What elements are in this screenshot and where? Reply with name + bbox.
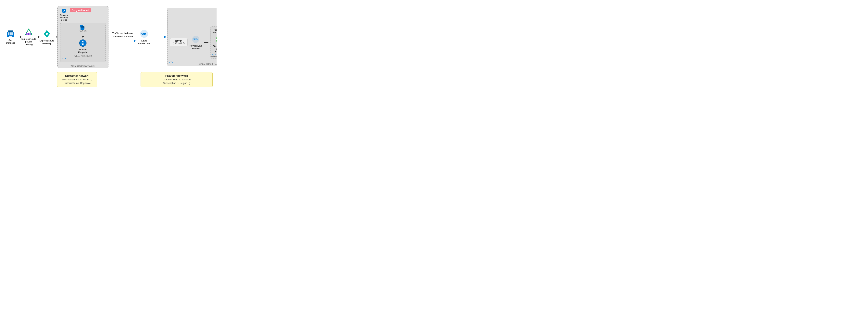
arrow-3 — [54, 36, 57, 38]
customer-network-box: Network Security Group Deny outbound 10.… — [57, 6, 108, 68]
arrow-2 — [36, 36, 40, 38]
customer-subnet-label: Subnet (10.0.1.0/24) — [74, 55, 92, 57]
down-arrow-1 — [82, 33, 84, 38]
deny-outbound-badge: Deny outbound — [70, 8, 91, 12]
traffic-dotted-arrow-2 — [152, 36, 166, 38]
svg-point-13 — [26, 33, 28, 35]
diagram-container: On-premises ExpressRoute private peering — [4, 4, 213, 87]
provider-nsg-inner-box: Frontend IP (192.168.0.10) — [211, 26, 217, 59]
private-endpoint-icon: <> — [79, 39, 87, 47]
svg-rect-6 — [10, 34, 11, 35]
svg-rect-25 — [81, 28, 84, 30]
on-premises-node: On-premises — [4, 30, 17, 44]
load-balancer-label: Standard Load Balancer (ILB/PLB) — [213, 45, 217, 53]
azure-private-link-label: Azure Private Link — [138, 39, 150, 45]
provider-network-label-box: Provider network (Microsoft Entra ID ten… — [141, 72, 213, 87]
nat-ip-label: NAT IP — [173, 40, 185, 42]
nat-ip-box: NAT IP (192.168.0.5) — [170, 38, 188, 46]
provider-vnet-label: Virtual network (192.168.0.0/16) — [199, 63, 217, 65]
expressroute-gateway-label: ExpressRoute Gateway — [39, 39, 54, 45]
svg-point-14 — [29, 33, 31, 35]
private-endpoint-label: Private Endpoint — [78, 48, 88, 54]
frontend-ip-label: Frontend IP — [214, 29, 217, 31]
svg-text:<·>: <·> — [169, 61, 173, 64]
shield-icon-customer — [61, 8, 67, 14]
arrow-1 — [17, 36, 22, 38]
azure-private-link-node: Azure Private Link — [137, 29, 151, 45]
expressroute-peering-label: ExpressRoute private peering — [22, 38, 36, 46]
expressroute-peering-node: ExpressRoute private peering — [22, 28, 36, 46]
traffic-label: Traffic carried over Microsoft Network — [112, 32, 133, 39]
nat-ip-value: (192.168.0.5) — [173, 42, 185, 44]
svg-rect-1 — [8, 31, 13, 32]
traffic-area: Traffic carried over Microsoft Network — [110, 32, 136, 42]
customer-network-sub: (Microsoft Entra ID tenant A,Subscriptio… — [61, 78, 93, 85]
private-link-service-label: Private Link Service — [190, 44, 202, 50]
customer-network-label-box: Customer network (Microsoft Entra ID ten… — [57, 72, 97, 87]
provider-network-title: Provider network — [145, 74, 209, 77]
customer-vnet-label: Virtual network (10.0.0.0/16) — [70, 65, 95, 67]
vnet-icon-provider: <·> — [169, 60, 173, 65]
svg-rect-8 — [9, 36, 11, 37]
svg-rect-7 — [11, 34, 12, 35]
expressroute-gateway-node: ExpressRoute Gateway — [40, 29, 54, 45]
vnet-icon-customer: <·> — [62, 56, 66, 61]
private-endpoint-top-icon — [79, 25, 86, 30]
svg-text:<>: <> — [82, 42, 84, 44]
frontend-ip-value: (192.168.0.10) — [213, 31, 217, 34]
svg-rect-45 — [216, 39, 217, 40]
svg-rect-3 — [10, 32, 11, 34]
load-balancer-icon — [215, 35, 217, 44]
traffic-dotted-arrow — [110, 39, 136, 42]
vnet-icon-provider-inner: <·> — [212, 52, 216, 57]
ip-label: 10.0.1.5 — [79, 30, 86, 32]
nsg-title-customer: Network Security Group — [60, 14, 68, 21]
main-area: On-premises ExpressRoute private peering — [4, 4, 213, 70]
provider-network-box: Network Security Group Deny inbound NAT … — [167, 8, 217, 66]
gateway-icon — [42, 29, 52, 39]
svg-point-18 — [46, 33, 48, 35]
svg-text:<·>: <·> — [62, 57, 66, 60]
svg-rect-2 — [8, 32, 9, 34]
private-link-service-icon — [191, 35, 200, 44]
private-link-icon — [140, 29, 149, 39]
customer-nsg-inner-box: 10.0.1.5 < — [60, 23, 106, 62]
svg-text:<·>: <·> — [212, 53, 216, 56]
on-premises-label: On-premises — [4, 39, 17, 44]
private-link-service-node: Private Link Service — [190, 35, 202, 50]
provider-network-sub: (Microsoft Entra ID tenant B,Subscriptio… — [145, 78, 209, 85]
svg-rect-5 — [8, 34, 9, 35]
expressroute-icon — [24, 28, 33, 37]
customer-network-title: Customer network — [61, 74, 93, 77]
bottom-labels: Customer network (Microsoft Entra ID ten… — [4, 72, 213, 87]
svg-rect-4 — [11, 32, 12, 34]
building-icon — [6, 30, 14, 38]
line-to-lb — [204, 41, 209, 43]
